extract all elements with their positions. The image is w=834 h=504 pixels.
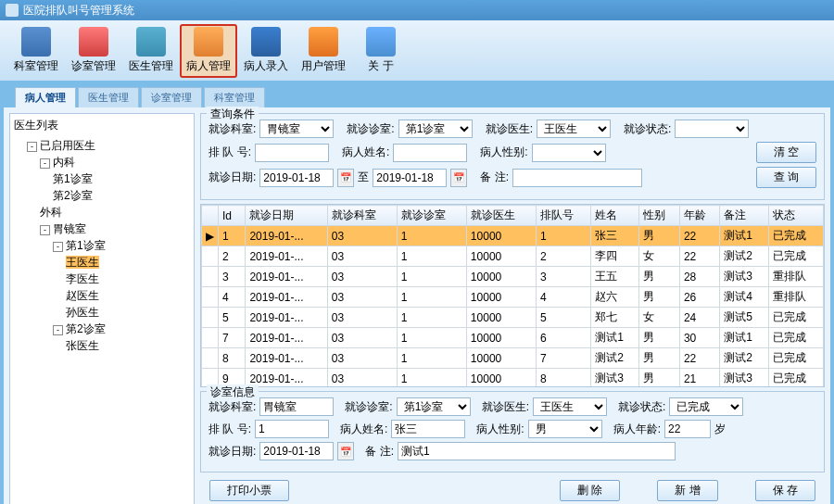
- tab-patient[interactable]: 病人管理: [15, 87, 76, 107]
- query-dept-select[interactable]: 胃镜室: [259, 120, 334, 138]
- col-header[interactable]: 性别: [639, 206, 679, 226]
- doctor-icon: [136, 27, 166, 57]
- calendar-icon[interactable]: 📅: [337, 442, 354, 460]
- doctor-tree-panel: 医生列表 -已启用医生 -内科 第1诊室 第2诊室 外科 -胃镜室: [9, 113, 195, 504]
- expand-icon[interactable]: -: [27, 142, 37, 152]
- delete-button[interactable]: 删 除: [560, 480, 620, 501]
- col-header[interactable]: 姓名: [591, 206, 639, 226]
- col-header[interactable]: 排队号: [536, 206, 590, 226]
- tree-leaf[interactable]: 第2诊室: [53, 187, 190, 204]
- tab-dept[interactable]: 科室管理: [204, 87, 265, 107]
- content-area: 医生列表 -已启用医生 -内科 第1诊室 第2诊室 外科 -胃镜室: [4, 107, 830, 504]
- toolbar-about-button[interactable]: 关 于: [352, 24, 410, 78]
- detail-age-input[interactable]: [664, 420, 711, 438]
- col-header[interactable]: 年龄: [679, 206, 719, 226]
- titlebar: 医院排队叫号管理系统: [0, 0, 834, 20]
- toolbar-patient-entry-button[interactable]: 病人录入: [237, 24, 295, 78]
- table-row[interactable]: 82019-01-...031100007测试2男22测试2已完成: [202, 348, 824, 369]
- calendar-icon[interactable]: 📅: [450, 169, 467, 187]
- tree-leaf[interactable]: 赵医生: [66, 287, 190, 304]
- col-header[interactable]: 就诊日期: [246, 206, 327, 226]
- detail-title: 诊室信息: [207, 384, 259, 400]
- query-remark-input[interactable]: [512, 169, 642, 187]
- col-header[interactable]: 就诊医生: [466, 206, 536, 226]
- col-header[interactable]: Id: [219, 206, 246, 226]
- tree-title: 医生列表: [14, 118, 190, 133]
- dept-icon: [21, 27, 51, 57]
- detail-gender-select[interactable]: 男: [528, 420, 602, 438]
- calendar-icon[interactable]: 📅: [337, 169, 354, 187]
- table-row[interactable]: 72019-01-...031100006测试1男30测试1已完成: [202, 328, 824, 348]
- col-header[interactable]: 备注: [720, 206, 768, 226]
- main-toolbar: 科室管理诊室管理医生管理病人管理病人录入用户管理关 于: [0, 20, 834, 82]
- toolbar-patient-button[interactable]: 病人管理: [180, 24, 237, 78]
- patient-entry-icon: [251, 27, 281, 57]
- patient-icon: [194, 27, 223, 57]
- print-button[interactable]: 打印小票: [209, 480, 289, 501]
- detail-clinic-select[interactable]: 第1诊室: [397, 397, 471, 416]
- table-row[interactable]: 52019-01-...031100005郑七女24测试5已完成: [202, 308, 824, 328]
- detail-group: 诊室信息 就诊科室: 就诊诊室: 第1诊室 就诊医生: 王医生 就诊状态: 已完…: [200, 391, 825, 472]
- col-header[interactable]: 就诊科室: [327, 206, 397, 226]
- tab-doctor[interactable]: 医生管理: [78, 87, 139, 107]
- tree-leaf[interactable]: 孙医生: [66, 304, 190, 321]
- query-title: 查询条件: [207, 107, 259, 122]
- col-header[interactable]: 就诊诊室: [397, 206, 466, 226]
- tab-strip: 病人管理医生管理诊室管理科室管理: [0, 83, 834, 107]
- tree-root[interactable]: -已启用医生 -内科 第1诊室 第2诊室 外科 -胃镜室 -第1诊室: [27, 137, 190, 354]
- results-table[interactable]: Id就诊日期就诊科室就诊诊室就诊医生排队号姓名性别年龄备注状态 ▶12019-0…: [201, 205, 824, 387]
- detail-status-select[interactable]: 已完成: [669, 397, 743, 416]
- expand-icon[interactable]: -: [40, 225, 50, 235]
- toolbar-clinic-button[interactable]: 诊室管理: [65, 24, 122, 78]
- table-row[interactable]: 22019-01-...031100002李四女22测试2已完成: [202, 246, 824, 267]
- user-icon: [309, 27, 338, 57]
- about-icon: [366, 27, 396, 57]
- detail-queue-input[interactable]: [255, 420, 329, 438]
- detail-remark-input[interactable]: [398, 442, 676, 460]
- expand-icon[interactable]: -: [40, 158, 50, 169]
- query-doctor-select[interactable]: 王医生: [537, 120, 611, 138]
- expand-icon[interactable]: -: [53, 325, 63, 335]
- detail-doctor-select[interactable]: 王医生: [533, 397, 607, 416]
- tree-node[interactable]: -第1诊室 王医生 李医生 赵医生 孙医生: [53, 237, 190, 321]
- detail-name-input[interactable]: [391, 420, 465, 438]
- detail-dept-input[interactable]: [259, 397, 334, 416]
- table-row[interactable]: ▶12019-01-...031100001张三男22测试1已完成: [202, 226, 824, 246]
- query-name-input[interactable]: [393, 144, 467, 162]
- toolbar-dept-button[interactable]: 科室管理: [7, 24, 65, 78]
- tree-node[interactable]: -胃镜室 -第1诊室 王医生 李医生 赵医生 孙医生: [40, 220, 190, 354]
- new-button[interactable]: 新 增: [657, 480, 717, 501]
- expand-icon[interactable]: -: [53, 242, 63, 252]
- table-row[interactable]: 32019-01-...031100003王五男28测试3重排队: [202, 267, 824, 287]
- query-group: 查询条件 就诊科室: 胃镜室 就诊诊室: 第1诊室 就诊医生: 王医生 就诊状态…: [200, 113, 825, 200]
- clear-button[interactable]: 清 空: [756, 142, 816, 163]
- toolbar-user-button[interactable]: 用户管理: [295, 24, 352, 78]
- app-icon: [6, 4, 19, 17]
- tree-leaf[interactable]: 外科: [40, 204, 190, 220]
- tree-node[interactable]: -内科 第1诊室 第2诊室: [40, 154, 190, 204]
- query-date-to-input[interactable]: [373, 169, 447, 187]
- toolbar-doctor-button[interactable]: 医生管理: [122, 24, 180, 78]
- doctor-tree[interactable]: -已启用医生 -内科 第1诊室 第2诊室 外科 -胃镜室 -第1诊室: [14, 137, 190, 354]
- table-row[interactable]: 42019-01-...031100004赵六男26测试4重排队: [202, 287, 824, 308]
- detail-date-input[interactable]: [259, 442, 334, 460]
- tree-node[interactable]: -第2诊室 张医生: [53, 321, 190, 354]
- results-table-wrap[interactable]: Id就诊日期就诊科室就诊诊室就诊医生排队号姓名性别年龄备注状态 ▶12019-0…: [200, 204, 825, 387]
- save-button[interactable]: 保 存: [755, 480, 815, 501]
- query-clinic-select[interactable]: 第1诊室: [398, 120, 473, 138]
- right-panel: 查询条件 就诊科室: 胃镜室 就诊诊室: 第1诊室 就诊医生: 王医生 就诊状态…: [200, 113, 825, 504]
- query-gender-select[interactable]: [532, 144, 606, 162]
- tree-leaf[interactable]: 张医生: [66, 337, 190, 354]
- window-title: 医院排队叫号管理系统: [23, 3, 134, 19]
- tree-leaf[interactable]: 李医生: [66, 271, 190, 287]
- search-button[interactable]: 查 询: [756, 167, 816, 188]
- tab-clinic[interactable]: 诊室管理: [141, 87, 202, 107]
- tree-leaf[interactable]: 王医生: [66, 254, 190, 271]
- query-date-from-input[interactable]: [259, 169, 334, 187]
- clinic-icon: [79, 27, 108, 57]
- query-queue-input[interactable]: [255, 144, 329, 162]
- query-status-select[interactable]: [675, 120, 749, 138]
- col-header[interactable]: 状态: [768, 206, 823, 226]
- tree-leaf[interactable]: 第1诊室: [53, 170, 190, 187]
- table-row[interactable]: 92019-01-...031100008测试3男21测试3已完成: [202, 369, 824, 388]
